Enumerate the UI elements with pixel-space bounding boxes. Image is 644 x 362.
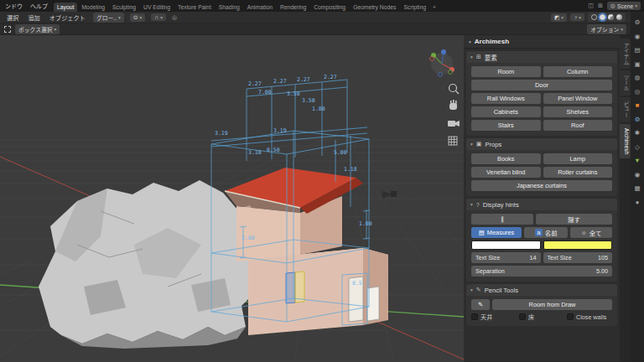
orientation-dropdown[interactable]: グロー.. ▾ — [93, 13, 124, 23]
cabinets-button[interactable]: Cabinets — [471, 106, 541, 117]
measures-label: Measures — [487, 229, 514, 236]
sidebar-tab-item[interactable]: アイテム — [620, 39, 631, 69]
dimension-label: 2.27 — [273, 78, 287, 85]
object-properties-icon[interactable]: ■ — [636, 102, 640, 109]
archimesh-category-header[interactable]: ▾ Archimesh — [464, 35, 620, 49]
render-properties-icon[interactable]: ◉ — [635, 34, 641, 40]
grid-icon[interactable]: ⊞ — [598, 3, 603, 9]
tab-rendering[interactable]: Rendering — [277, 3, 309, 12]
floor-checkbox[interactable]: 床 — [519, 313, 564, 321]
visibility-dropdown[interactable]: ◩ ▾ — [551, 13, 567, 22]
axis-z-handle[interactable] — [441, 49, 446, 54]
column-button[interactable]: Column — [543, 66, 613, 77]
props-icon: ▣ — [476, 141, 482, 147]
particles-properties-icon[interactable]: ✱ — [635, 130, 640, 137]
menu-window[interactable]: ンドウ — [3, 2, 24, 10]
text-size-2-field[interactable]: Text Size 105 — [543, 252, 613, 263]
text-size-field[interactable]: Text Size 14 — [471, 252, 541, 263]
room-button[interactable]: Room — [471, 66, 541, 77]
dimension-label: 1.00 — [359, 220, 372, 227]
panel-pencil-tools-header[interactable]: ▾ ✎ Pencil Tools — [466, 284, 617, 296]
shading-material-icon[interactable] — [608, 14, 614, 20]
panel-title: Pencil Tools — [485, 287, 518, 294]
window-yellow[interactable] — [295, 272, 304, 303]
pencil-draw-button[interactable]: ✎ — [471, 299, 490, 310]
object-data-properties-icon[interactable]: ▼ — [634, 158, 640, 164]
options-dropdown[interactable]: オプション ▾ — [587, 24, 626, 34]
camera-view-icon[interactable] — [448, 121, 460, 127]
texture-properties-icon[interactable]: ▦ — [634, 185, 640, 192]
all-toggle[interactable]: ☼ 全て — [570, 227, 612, 238]
door-button[interactable]: Door — [471, 80, 612, 90]
world-properties-icon[interactable]: ◎ — [635, 89, 641, 96]
3d-viewport[interactable]: 2.27 2.27 2.27 2.27 7.00 3.50 3.50 1.80 … — [0, 35, 464, 362]
roof-button[interactable]: Roof — [543, 120, 613, 131]
panel-elements-header[interactable]: ▾ ⊞ 要素 — [466, 51, 617, 63]
tab-animation[interactable]: Animation — [244, 3, 276, 12]
snap-dropdown[interactable]: ∩ ▾ — [151, 13, 166, 21]
roller-curtains-button[interactable]: Roller curtains — [543, 167, 613, 178]
measure-color-swatch[interactable] — [471, 240, 541, 250]
ceiling-checkbox[interactable]: 天井 — [471, 313, 517, 321]
scene-selector[interactable]: ◍ Scene ▾ — [607, 2, 641, 10]
stairs-button[interactable]: Stairs — [471, 120, 541, 131]
overlays-dropdown[interactable]: ◔ ▾ — [570, 13, 584, 21]
room-from-draw-button[interactable]: Room from Draw — [492, 299, 612, 310]
venetian-blind-button[interactable]: Venetian blind — [471, 167, 541, 178]
magnet-icon: ∩ — [154, 14, 158, 20]
proportional-edit-icon[interactable]: ◎ — [172, 14, 177, 21]
menu-help[interactable]: ヘルプ — [29, 2, 49, 10]
tab-uv-editing[interactable]: UV Editing — [140, 3, 174, 12]
sidebar-tab-view[interactable]: ビュー — [620, 97, 631, 122]
lamp-button[interactable]: Lamp — [543, 153, 613, 164]
shading-rendered-icon[interactable] — [616, 14, 622, 20]
category-title: Archimesh — [475, 38, 509, 45]
shading-solid-icon[interactable] — [600, 14, 605, 20]
tab-geometry-nodes[interactable]: Geometry Nodes — [350, 3, 399, 12]
view-layer-properties-icon[interactable]: ▣ — [634, 61, 640, 68]
add-workspace-button[interactable]: + — [430, 3, 439, 12]
box-select-tool-icon[interactable] — [4, 26, 11, 33]
books-button[interactable]: Books — [471, 153, 541, 164]
close-walls-checkbox[interactable]: Close walls — [567, 313, 612, 321]
output-properties-icon[interactable]: ▤ — [634, 47, 640, 54]
pan-hand-icon[interactable] — [449, 100, 457, 110]
separation-field[interactable]: Separation 5.00 — [471, 266, 612, 277]
pivot-dropdown[interactable]: ⊙ ▾ — [130, 13, 145, 22]
chevron-down-icon: ▾ — [470, 287, 473, 292]
menu-object[interactable]: オブジェクト — [48, 13, 87, 22]
active-tool-tab-icon[interactable]: ⚙ — [635, 19, 641, 26]
tab-scripting[interactable]: Scripting — [401, 3, 429, 12]
viewport-header: 選択 追加 オブジェクト グロー.. ▾ ⊙ ▾ ∩ ▾ ◎ ◩ ▾ ◔ ▾ — [0, 12, 631, 23]
shelves-button[interactable]: Shelves — [543, 106, 613, 117]
hide-button[interactable]: 隠す — [536, 214, 612, 225]
tab-modeling[interactable]: Modeling — [78, 3, 108, 12]
panel-window-button[interactable]: Panel Window — [543, 93, 613, 104]
modifier-properties-icon[interactable]: ⚙ — [635, 116, 641, 123]
menu-add[interactable]: 追加 — [26, 13, 41, 22]
sidebar-tab-archimesh[interactable]: Archimesh — [620, 124, 631, 158]
shading-wireframe-icon[interactable] — [591, 14, 597, 20]
tab-compositing[interactable]: Compositing — [310, 3, 349, 12]
material-properties-icon[interactable]: ◉ — [635, 172, 641, 178]
measures-toggle[interactable]: ▤ Measures — [471, 227, 522, 238]
tab-layout[interactable]: Layout — [54, 3, 77, 12]
panel-props-header[interactable]: ▾ ▣ Props — [466, 138, 617, 150]
physics-properties-icon[interactable]: ◇ — [635, 144, 640, 151]
constraints-properties-icon[interactable]: ● — [636, 199, 640, 206]
japanese-curtains-button[interactable]: Japanese curtains — [471, 180, 612, 191]
panel-display-hints-header[interactable]: ▾ ? Display hints — [466, 199, 617, 210]
name-color-swatch[interactable] — [543, 240, 613, 250]
scene-properties-icon[interactable]: ◍ — [635, 75, 641, 81]
tab-sculpting[interactable]: Sculpting — [109, 3, 139, 12]
tab-shading[interactable]: Shading — [216, 3, 243, 12]
tab-texture-paint[interactable]: Texture Paint — [174, 3, 215, 12]
pause-hints-button[interactable]: ∥ — [471, 214, 533, 225]
rail-windows-button[interactable]: Rail Windows — [471, 93, 541, 104]
window-layout-icon[interactable]: ◫ — [588, 3, 594, 9]
menu-select[interactable]: 選択 — [5, 13, 20, 22]
chevron-down-icon: ▾ — [579, 15, 581, 20]
active-tool-dropdown[interactable]: ボックス選択 ▾ — [15, 24, 60, 34]
sidebar-tab-tool[interactable]: ツール — [620, 70, 631, 96]
names-toggle[interactable]: a 名前 — [524, 227, 568, 238]
